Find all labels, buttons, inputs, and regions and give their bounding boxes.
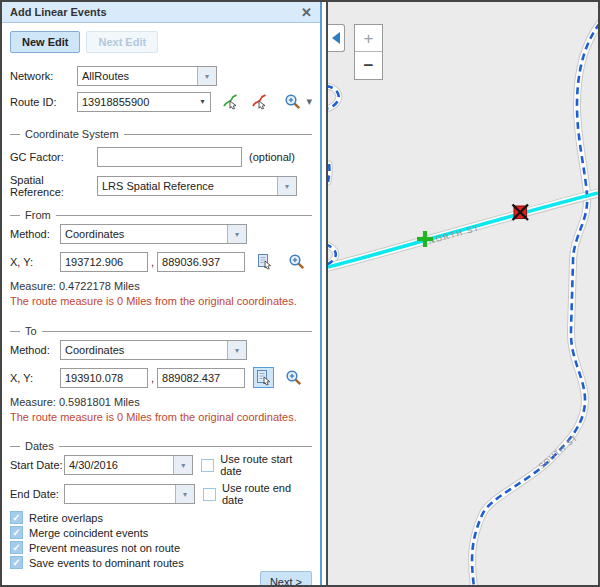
to-method-row: Method: Coordinates ▾ — [10, 340, 312, 360]
panel-title: Add Linear Events — [10, 6, 107, 18]
chevron-down-icon[interactable]: ▾ — [175, 485, 194, 503]
from-method-row: Method: Coordinates ▾ — [10, 224, 312, 244]
use-route-start-date-checkbox[interactable] — [201, 459, 214, 472]
use-route-end-date-checkbox[interactable] — [203, 488, 216, 501]
coordinate-system-legend: Coordinate System — [25, 128, 119, 140]
zoom-out-button[interactable]: − — [355, 52, 382, 79]
use-route-start-date-label: Use route start date — [220, 453, 312, 477]
section-rule — [56, 215, 312, 216]
from-y-input[interactable] — [157, 252, 245, 272]
to-point-marker — [513, 205, 529, 221]
next-edit-button[interactable]: Next Edit — [86, 31, 158, 53]
street-label-north-st: NORTH ST — [428, 223, 481, 245]
panel-body: New Edit Next Edit Network: AllRoutes ▾ … — [2, 23, 320, 585]
section-rule — [10, 215, 20, 216]
gc-factor-label: GC Factor: — [10, 151, 97, 163]
route-id-row: Route ID: 13918855900 ▾ — [10, 91, 312, 112]
retire-overlaps-label: Retire overlaps — [29, 512, 103, 524]
to-method-label: Method: — [10, 344, 60, 356]
next-button-row: Next > — [10, 571, 312, 585]
merge-coincident-events-checkbox[interactable]: ✓ — [10, 526, 23, 539]
check-icon: ✓ — [12, 543, 20, 553]
to-method-select[interactable]: Coordinates ▾ — [60, 340, 247, 360]
end-date-picker[interactable]: ▾ — [64, 484, 195, 504]
zoom-options-chevron-icon[interactable]: ▾ — [306, 95, 312, 108]
chevron-down-icon[interactable]: ▾ — [194, 97, 210, 106]
retire-overlaps-checkbox[interactable]: ✓ — [10, 511, 23, 524]
map-canvas[interactable]: NORTH ST SOUTH ST + − — [328, 2, 598, 585]
route-id-label: Route ID: — [10, 96, 77, 108]
from-x-input[interactable] — [60, 252, 148, 272]
map-zoom-control: + − — [354, 24, 383, 80]
map-graphics: NORTH ST SOUTH ST — [328, 2, 598, 585]
check-icon: ✓ — [12, 513, 20, 523]
from-method-select[interactable]: Coordinates ▾ — [60, 224, 247, 244]
start-date-value: 4/30/2016 — [65, 459, 173, 471]
gc-factor-input[interactable] — [97, 147, 242, 167]
section-rule — [42, 331, 312, 332]
collapse-panel-left-arrow-icon — [332, 32, 340, 44]
network-select[interactable]: AllRoutes ▾ — [77, 66, 217, 86]
from-warning-text: The route measure is 0 Miles from the or… — [10, 295, 312, 307]
chevron-down-icon[interactable]: ▾ — [173, 456, 192, 474]
to-warning-text: The route measure is 0 Miles from the or… — [10, 411, 312, 423]
to-x-input[interactable] — [60, 368, 148, 388]
merge-coincident-events-label: Merge coincident events — [29, 527, 148, 539]
panel-titlebar: Add Linear Events ✕ — [2, 2, 320, 23]
pick-from-point-on-map-icon[interactable] — [254, 251, 275, 272]
from-method-label: Method: — [10, 228, 60, 240]
dates-section-header: Dates — [10, 440, 312, 452]
to-measure-text: Measure: 0.5981801 Miles — [10, 396, 312, 408]
zoom-to-to-point-icon[interactable] — [283, 367, 305, 388]
option-prevent-measures: ✓ Prevent measures not on route — [10, 541, 312, 554]
xy-separator: , — [148, 256, 157, 268]
add-linear-events-panel: Add Linear Events ✕ New Edit Next Edit N… — [2, 2, 322, 585]
pick-route-on-map-icon[interactable] — [220, 91, 241, 112]
app-window: Add Linear Events ✕ New Edit Next Edit N… — [0, 0, 600, 587]
dates-legend: Dates — [25, 440, 54, 452]
section-rule — [59, 446, 312, 447]
close-icon[interactable]: ✕ — [301, 6, 312, 19]
xy-separator: , — [148, 372, 157, 384]
use-route-end-date-label: Use route end date — [222, 482, 312, 506]
edit-buttons-row: New Edit Next Edit — [10, 31, 312, 53]
network-row: Network: AllRoutes ▾ — [10, 66, 312, 86]
prevent-measures-checkbox[interactable]: ✓ — [10, 541, 23, 554]
collapse-panel-button[interactable] — [328, 24, 345, 52]
zoom-in-button[interactable]: + — [355, 25, 382, 52]
zoom-to-from-point-icon[interactable] — [286, 251, 308, 272]
to-legend: To — [25, 325, 37, 337]
section-rule — [10, 446, 20, 447]
save-dominant-routes-label: Save events to dominant routes — [29, 557, 184, 569]
to-y-input[interactable] — [157, 368, 245, 388]
chevron-down-icon[interactable]: ▾ — [227, 341, 246, 359]
spatial-reference-label: Spatial Reference: — [10, 174, 97, 198]
chevron-down-icon[interactable]: ▾ — [197, 67, 216, 85]
zoom-to-route-icon[interactable] — [282, 91, 304, 112]
from-measure-text: Measure: 0.4722178 Miles — [10, 280, 312, 292]
start-date-picker[interactable]: 4/30/2016 ▾ — [64, 455, 193, 475]
option-merge-coincident: ✓ Merge coincident events — [10, 526, 312, 539]
pick-to-point-on-map-icon[interactable] — [253, 367, 274, 388]
end-date-label: End Date: — [10, 488, 64, 500]
from-method-value: Coordinates — [61, 228, 227, 240]
end-date-row: End Date: ▾ Use route end date — [10, 482, 312, 506]
network-value: AllRoutes — [78, 70, 197, 82]
gc-factor-row: GC Factor: (optional) — [10, 147, 312, 167]
check-icon: ✓ — [12, 558, 20, 568]
clear-route-selection-icon[interactable] — [249, 91, 270, 112]
street-label-south-st: SOUTH ST — [537, 433, 580, 471]
chevron-down-icon[interactable]: ▾ — [227, 225, 246, 243]
section-rule — [124, 134, 312, 135]
chevron-down-icon[interactable]: ▾ — [277, 177, 296, 195]
save-dominant-routes-checkbox[interactable]: ✓ — [10, 556, 23, 569]
to-method-value: Coordinates — [61, 344, 227, 356]
from-xy-row: X, Y: , — [10, 251, 312, 272]
next-button[interactable]: Next > — [260, 571, 312, 585]
to-xy-row: X, Y: , — [10, 367, 312, 388]
to-xy-label: X, Y: — [10, 372, 60, 384]
check-icon: ✓ — [12, 528, 20, 538]
new-edit-button[interactable]: New Edit — [10, 31, 80, 53]
route-id-combobox[interactable]: 13918855900 ▾ — [77, 92, 211, 112]
spatial-reference-select[interactable]: LRS Spatial Reference ▾ — [97, 176, 297, 196]
